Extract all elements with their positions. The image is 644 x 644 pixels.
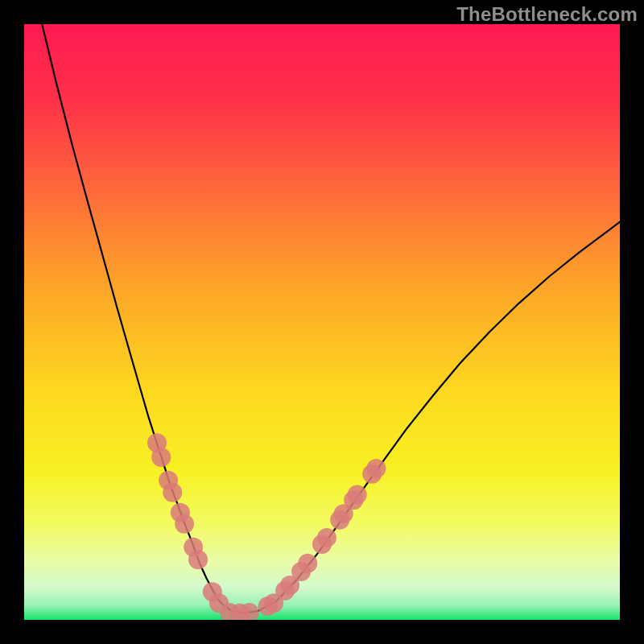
dot: [163, 483, 182, 502]
bottleneck-chart: [24, 24, 620, 620]
dot: [151, 448, 171, 467]
dot: [366, 459, 386, 478]
dot: [348, 485, 367, 505]
dot: [317, 528, 336, 547]
dot: [175, 514, 194, 534]
watermark: TheBottleneck.com: [456, 3, 638, 26]
dot: [188, 550, 208, 569]
dot: [298, 554, 317, 573]
chart-frame: [24, 24, 620, 620]
